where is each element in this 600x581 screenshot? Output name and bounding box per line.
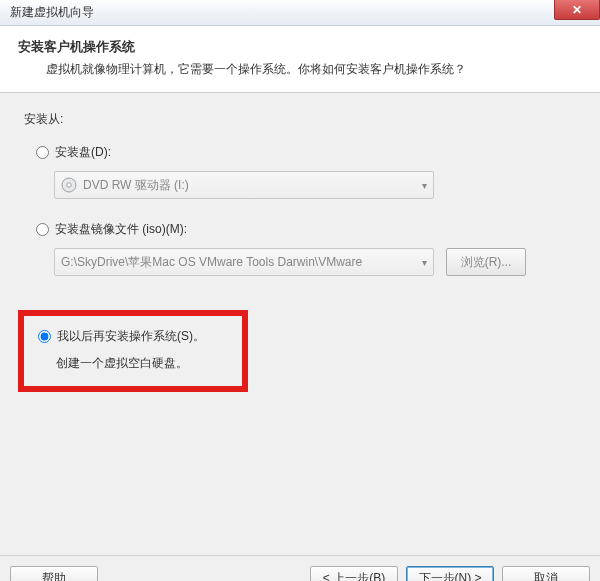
close-icon: ✕ [572, 3, 582, 17]
chevron-down-icon: ▾ [422, 180, 427, 191]
next-button-label: 下一步(N) > [419, 570, 482, 581]
radio-installer-disc-label: 安装盘(D): [55, 144, 111, 161]
browse-button-label: 浏览(R)... [461, 254, 512, 271]
disc-drive-text: DVD RW 驱动器 (I:) [83, 177, 189, 194]
option-disc-block: 安装盘(D): DVD RW 驱动器 (I:) ▾ [36, 144, 580, 199]
option-install-later-highlight: 我以后再安装操作系统(S)。 创建一个虚拟空白硬盘。 [18, 310, 248, 392]
cancel-button-label: 取消 [534, 570, 558, 581]
titlebar: 新建虚拟机向导 ✕ [0, 0, 600, 26]
back-button[interactable]: < 上一步(B) [310, 566, 398, 582]
chevron-down-icon: ▾ [422, 257, 427, 268]
disc-icon [61, 177, 77, 193]
help-button[interactable]: 帮助 [10, 566, 98, 582]
svg-point-1 [67, 183, 71, 187]
radio-iso-file-label: 安装盘镜像文件 (iso)(M): [55, 221, 187, 238]
option-iso-block: 安装盘镜像文件 (iso)(M): G:\SkyDrive\苹果Mac OS V… [36, 221, 580, 276]
radio-iso-file[interactable] [36, 223, 49, 236]
radio-installer-disc[interactable] [36, 146, 49, 159]
close-button[interactable]: ✕ [554, 0, 600, 20]
browse-button[interactable]: 浏览(R)... [446, 248, 526, 276]
cancel-button[interactable]: 取消 [502, 566, 590, 582]
next-button[interactable]: 下一步(N) > [406, 566, 494, 582]
iso-path-text: G:\SkyDrive\苹果Mac OS VMware Tools Darwin… [61, 254, 362, 271]
back-button-label: < 上一步(B) [323, 570, 385, 581]
header-subtitle: 虚拟机就像物理计算机，它需要一个操作系统。你将如何安装客户机操作系统？ [46, 60, 582, 78]
disc-drive-combo[interactable]: DVD RW 驱动器 (I:) ▾ [54, 171, 434, 199]
header-title: 安装客户机操作系统 [18, 38, 582, 56]
iso-path-combo[interactable]: G:\SkyDrive\苹果Mac OS VMware Tools Darwin… [54, 248, 434, 276]
wizard-header: 安装客户机操作系统 虚拟机就像物理计算机，它需要一个操作系统。你将如何安装客户机… [0, 26, 600, 93]
radio-install-later[interactable] [38, 330, 51, 343]
radio-install-later-label: 我以后再安装操作系统(S)。 [57, 328, 205, 345]
wizard-content: 安装从: 安装盘(D): DVD RW 驱动器 (I:) ▾ 安装盘镜像文件 (… [0, 93, 600, 555]
install-later-sub: 创建一个虚拟空白硬盘。 [56, 355, 228, 372]
help-button-label: 帮助 [42, 570, 66, 581]
window-title: 新建虚拟机向导 [10, 4, 94, 21]
install-from-label: 安装从: [24, 111, 580, 128]
wizard-footer: 帮助 < 上一步(B) 下一步(N) > 取消 [0, 555, 600, 581]
